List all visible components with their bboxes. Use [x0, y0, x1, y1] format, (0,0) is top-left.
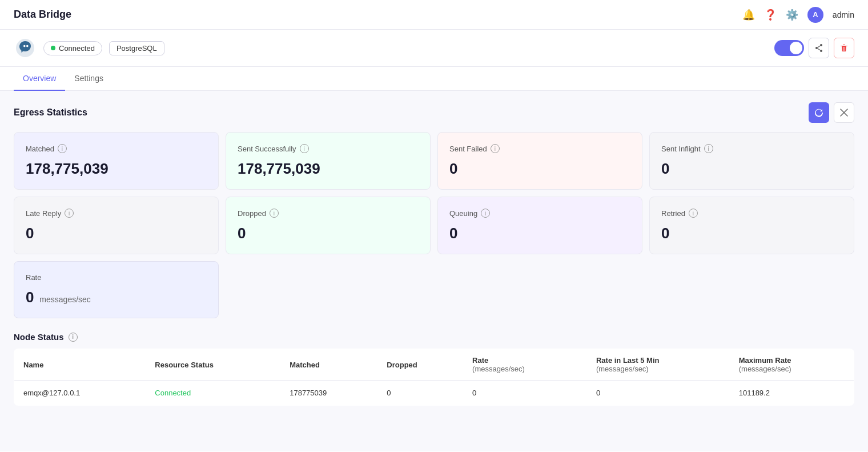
sent-failed-info-icon[interactable]: i — [491, 144, 500, 153]
sent-inflight-info-icon[interactable]: i — [704, 144, 713, 153]
row-max-rate: 101189.2 — [730, 381, 854, 406]
svg-line-4 — [818, 46, 820, 47]
sent-inflight-label-row: Sent Inflight i — [661, 144, 842, 153]
notifications-icon[interactable]: 🔔 — [742, 9, 755, 21]
sent-successfully-info-icon[interactable]: i — [300, 144, 309, 153]
sent-successfully-label-row: Sent Successfully i — [238, 144, 419, 153]
rate-value-row: 0 messages/sec — [26, 289, 207, 306]
node-status-section: Node Status i Name Resource Status Match… — [14, 332, 854, 406]
connected-label: Connected — [59, 44, 95, 53]
db-type-badge: PostgreSQL — [109, 41, 164, 55]
late-reply-label-row: Late Reply i — [26, 209, 207, 218]
subheader: Connected PostgreSQL — [0, 30, 868, 67]
retried-label-row: Retried i — [661, 209, 842, 218]
node-table-header-row: Name Resource Status Matched Dropped Rat… — [14, 349, 854, 381]
col-matched: Matched — [280, 349, 377, 381]
egress-section-header: Egress Statistics — [14, 102, 854, 123]
section-actions — [809, 102, 854, 123]
stat-card-queuing: Queuing i 0 — [437, 197, 642, 254]
queuing-value: 0 — [449, 225, 630, 242]
navbar-left: Data Bridge — [14, 9, 71, 21]
node-table: Name Resource Status Matched Dropped Rat… — [14, 349, 854, 406]
node-table-head: Name Resource Status Matched Dropped Rat… — [14, 349, 854, 381]
queuing-label-row: Queuing i — [449, 209, 630, 218]
svg-line-5 — [818, 49, 820, 50]
rate-unit: messages/sec — [39, 295, 90, 304]
row-rate-last-5: 0 — [587, 381, 730, 406]
delete-button[interactable] — [834, 38, 854, 58]
db-logo-icon — [14, 37, 37, 59]
stat-card-retried: Retried i 0 — [649, 197, 854, 254]
app-title: Data Bridge — [14, 9, 71, 21]
main-content: Egress Statistics Matched i 178,775,039 … — [0, 91, 868, 451]
help-icon[interactable]: ❓ — [764, 9, 777, 21]
node-status-header: Node Status i — [14, 332, 854, 342]
close-button[interactable] — [834, 102, 854, 123]
dropped-value: 0 — [238, 225, 419, 242]
table-row: emqx@127.0.0.1 Connected 178775039 0 0 0… — [14, 381, 854, 406]
stat-card-sent-successfully: Sent Successfully i 178,775,039 — [226, 132, 431, 190]
stat-card-dropped: Dropped i 0 — [226, 197, 431, 254]
retried-value: 0 — [661, 225, 842, 242]
toggle-knob — [790, 42, 802, 54]
refresh-button[interactable] — [809, 102, 829, 123]
sent-failed-value: 0 — [449, 160, 630, 178]
col-dropped: Dropped — [377, 349, 463, 381]
tabs-bar: Overview Settings — [0, 67, 868, 91]
svg-point-3 — [820, 50, 822, 52]
stat-card-rate: Rate 0 messages/sec — [14, 261, 219, 318]
row-rate: 0 — [463, 381, 587, 406]
rate-value: 0 — [26, 289, 34, 306]
tab-overview[interactable]: Overview — [14, 67, 65, 91]
col-resource-status: Resource Status — [146, 349, 280, 381]
retried-info-icon[interactable]: i — [689, 209, 698, 218]
node-table-body: emqx@127.0.0.1 Connected 178775039 0 0 0… — [14, 381, 854, 406]
share-button[interactable] — [809, 38, 829, 58]
row-dropped: 0 — [377, 381, 463, 406]
connection-status-badge: Connected — [43, 41, 102, 55]
connected-dot-icon — [51, 46, 55, 50]
stat-card-matched: Matched i 178,775,039 — [14, 132, 219, 190]
row-name: emqx@127.0.0.1 — [14, 381, 146, 406]
dropped-info-icon[interactable]: i — [270, 209, 279, 218]
col-max-rate: Maximum Rate(messages/sec) — [730, 349, 854, 381]
stats-grid-row2: Late Reply i 0 Dropped i 0 Queuing i 0 R… — [14, 197, 854, 254]
avatar[interactable]: A — [807, 7, 823, 23]
dropped-label-row: Dropped i — [238, 209, 419, 218]
rate-label-row: Rate — [26, 273, 207, 282]
subheader-left: Connected PostgreSQL — [14, 37, 164, 59]
col-rate-last-5: Rate in Last 5 Min(messages/sec) — [587, 349, 730, 381]
tab-settings[interactable]: Settings — [65, 67, 112, 91]
navbar: Data Bridge 🔔 ❓ ⚙️ A admin — [0, 0, 868, 30]
subheader-right — [774, 38, 854, 58]
node-status-title: Node Status — [14, 332, 64, 342]
sent-successfully-value: 178,775,039 — [238, 160, 419, 178]
admin-username: admin — [833, 10, 854, 19]
late-reply-info-icon[interactable]: i — [65, 209, 74, 218]
late-reply-value: 0 — [26, 225, 207, 242]
matched-info-icon[interactable]: i — [58, 144, 67, 153]
svg-point-1 — [820, 44, 822, 46]
sent-inflight-value: 0 — [661, 160, 842, 178]
stat-card-sent-failed: Sent Failed i 0 — [437, 132, 642, 190]
matched-label-row: Matched i — [26, 144, 207, 153]
queuing-info-icon[interactable]: i — [481, 209, 490, 218]
enable-toggle[interactable] — [774, 40, 804, 56]
stats-grid-row1: Matched i 178,775,039 Sent Successfully … — [14, 132, 854, 190]
col-name: Name — [14, 349, 146, 381]
node-status-info-icon[interactable]: i — [69, 333, 78, 342]
navbar-right: 🔔 ❓ ⚙️ A admin — [742, 7, 854, 23]
matched-value: 178,775,039 — [26, 160, 207, 178]
row-resource-status: Connected — [146, 381, 280, 406]
sent-failed-label-row: Sent Failed i — [449, 144, 630, 153]
col-rate: Rate(messages/sec) — [463, 349, 587, 381]
stat-card-sent-inflight: Sent Inflight i 0 — [649, 132, 854, 190]
row-matched: 178775039 — [280, 381, 377, 406]
settings-icon[interactable]: ⚙️ — [786, 9, 798, 21]
egress-title: Egress Statistics — [14, 107, 87, 118]
stat-card-late-reply: Late Reply i 0 — [14, 197, 219, 254]
svg-point-2 — [815, 47, 818, 49]
